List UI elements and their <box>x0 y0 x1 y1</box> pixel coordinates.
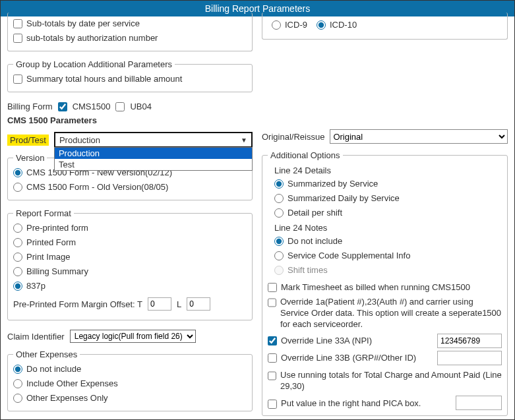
report-format-legend: Report Format <box>13 208 74 218</box>
fmt-printed-label: Printed Form <box>26 237 76 249</box>
prod-test-option-production[interactable]: Production <box>55 148 252 159</box>
original-reissue-label: Original/Reissue <box>262 132 324 142</box>
summary-total-checkbox[interactable] <box>13 75 22 84</box>
running-totals-label: Use running totals for Total Charge and … <box>280 369 502 392</box>
additional-options-legend: Additional Options <box>268 150 343 160</box>
l24n-shift-radio <box>274 266 284 275</box>
original-reissue-select[interactable]: Original <box>330 129 508 144</box>
l24d-detail-label: Detail per shift <box>288 207 342 219</box>
fmt-preprinted-radio[interactable] <box>13 224 22 233</box>
l24n-supp-label: Service Code Supplemental Info <box>288 250 410 262</box>
report-format-fieldset: Report Format Pre-printed form Printed F… <box>7 208 253 320</box>
version-old-radio[interactable] <box>13 183 22 192</box>
override-33b-label: Override Line 33B (GRP#/Other ID) <box>281 352 416 364</box>
prod-test-option-test[interactable]: Test <box>55 159 252 170</box>
group-by-location-legend: Group by Location Additional Parameters <box>13 59 175 69</box>
oe-only-label: Other Expenses Only <box>26 392 108 404</box>
l24n-supp-radio[interactable] <box>274 251 284 260</box>
icd10-label: ICD-10 <box>330 19 357 31</box>
override-33b-input[interactable] <box>437 351 502 365</box>
l24d-detail-radio[interactable] <box>274 208 284 218</box>
subtotals-auth-checkbox[interactable] <box>13 34 22 43</box>
icd9-radio[interactable] <box>272 20 281 30</box>
group-by-location-fieldset: Group by Location Additional Parameters … <box>7 59 253 92</box>
prod-test-select[interactable]: Production ▼ <box>54 132 253 148</box>
fmt-billing-summary-radio[interactable] <box>13 267 22 276</box>
fmt-837p-label: 837p <box>26 280 45 292</box>
mark-timesheet-label: Mark Timesheet as billed when running CM… <box>281 282 470 293</box>
billing-form-label: Billing Form <box>7 102 53 111</box>
claim-identifier-select[interactable]: Legacy logic(Pull from field 26) <box>70 330 196 343</box>
icd9-label: ICD-9 <box>285 19 307 31</box>
override-1a-label: Override 1a(Patient #),23(Auth #) and ca… <box>280 296 502 330</box>
margin-l-label: L <box>177 299 181 309</box>
l24n-shift-label: Shift times <box>288 264 328 276</box>
fmt-preprinted-label: Pre-printed form <box>26 222 88 234</box>
margin-l-input[interactable] <box>187 297 210 311</box>
icd-group: ICD-9 ICD-10 <box>262 13 508 40</box>
override-33a-checkbox[interactable] <box>268 336 277 345</box>
running-totals-checkbox[interactable] <box>268 371 276 380</box>
margin-t-input[interactable] <box>148 297 171 311</box>
oe-include-radio[interactable] <box>13 379 22 388</box>
fmt-image-label: Print Image <box>26 251 70 263</box>
oe-no-radio[interactable] <box>13 365 22 374</box>
l24n-no-radio[interactable] <box>274 237 284 246</box>
icd10-radio[interactable] <box>317 20 326 30</box>
fmt-billing-summary-label: Billing Summary <box>26 266 88 278</box>
override-33b-checkbox[interactable] <box>268 353 277 363</box>
l24d-sum-daily-label: Summarized Daily by Service <box>288 193 400 204</box>
l24d-sum-daily-radio[interactable] <box>274 194 284 203</box>
subtotals-group: Sub-totals by date per service sub-total… <box>7 13 253 51</box>
additional-options-fieldset: Additional Options Line 24 Details Summa… <box>262 150 508 416</box>
other-expenses-legend: Other Expenses <box>13 349 80 359</box>
l24d-sum-svc-label: Summarized by Service <box>288 178 378 190</box>
line24-notes-heading: Line 24 Notes <box>268 223 502 233</box>
oe-no-label: Do not include <box>26 363 81 375</box>
l24n-no-label: Do not include <box>288 235 342 247</box>
prod-test-value: Production <box>59 135 100 145</box>
fmt-image-radio[interactable] <box>13 253 22 262</box>
other-expenses-fieldset: Other Expenses Do not include Include Ot… <box>7 349 253 411</box>
cms1500-checkbox[interactable] <box>58 102 67 111</box>
mark-timesheet-checkbox[interactable] <box>268 283 277 292</box>
summary-total-label: Summary total hours and billable amount <box>26 73 182 85</box>
override-33a-label: Override Line 33A (NPI) <box>281 335 372 347</box>
prod-test-label: Prod/Test <box>7 135 49 146</box>
pica-input[interactable] <box>456 396 502 410</box>
subtotals-date-checkbox[interactable] <box>13 19 22 28</box>
l24d-sum-svc-radio[interactable] <box>274 179 284 189</box>
cms1500-label: CMS1500 <box>73 102 111 111</box>
fmt-printed-radio[interactable] <box>13 238 22 247</box>
oe-include-label: Include Other Expenses <box>26 378 118 390</box>
fmt-837p-radio[interactable] <box>13 282 22 291</box>
prod-test-dropdown: Production Test <box>54 147 253 171</box>
override-33a-input[interactable] <box>437 334 502 348</box>
version-old-label: CMS 1500 Form - Old Version(08/05) <box>26 181 168 193</box>
oe-only-radio[interactable] <box>13 394 22 403</box>
pica-checkbox[interactable] <box>268 400 277 409</box>
version-legend: Version <box>13 153 47 163</box>
margin-offset-label: Pre-Printed Form Margin Offset: T <box>13 299 142 309</box>
claim-identifier-label: Claim Identifier <box>7 332 65 342</box>
line24-details-heading: Line 24 Details <box>268 165 502 175</box>
subtotals-auth-label: sub-totals by authorization number <box>26 32 158 44</box>
ub04-label: UB04 <box>130 102 152 111</box>
version-new-radio[interactable] <box>13 168 22 177</box>
ub04-checkbox[interactable] <box>115 102 125 111</box>
chevron-down-icon: ▼ <box>241 136 247 144</box>
cms-params-heading: CMS 1500 Parameters <box>7 115 253 125</box>
pica-label: Put value in the right hand PICA box. <box>281 398 421 409</box>
subtotals-date-label: Sub-totals by date per service <box>26 18 140 30</box>
override-1a-checkbox[interactable] <box>268 298 276 307</box>
